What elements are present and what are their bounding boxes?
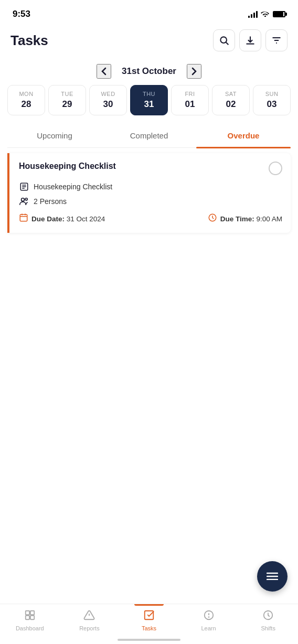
task-dates: Due Date: 31 Oct 2024 Due Time: 9:00 AM — [19, 213, 282, 224]
svg-line-1 — [226, 42, 229, 45]
tab-overdue[interactable]: Overdue — [196, 124, 291, 147]
day-label: WED — [101, 91, 115, 97]
day-number: 29 — [62, 99, 72, 110]
learn-nav-icon — [203, 609, 215, 623]
day-cell-sat[interactable]: SAT 02 — [212, 85, 250, 115]
task-card: Housekeeping Checklist Housekeeping Chec… — [7, 153, 291, 233]
task-title: Housekeeping Checklist — [19, 162, 116, 171]
task-persons-row: 2 Persons — [19, 196, 282, 207]
task-card-header: Housekeeping Checklist — [19, 162, 282, 175]
tab-upcoming[interactable]: Upcoming — [7, 124, 102, 147]
day-cell-thu[interactable]: THU 31 — [130, 85, 168, 115]
calendar-icon — [19, 213, 28, 224]
week-day-selector: MON 28 TUE 29 WED 30 THU 31 FRI 01 SAT 0… — [0, 85, 298, 124]
prev-month-button[interactable] — [97, 64, 111, 79]
grid-nav-icon — [24, 609, 36, 623]
task-due-time: Due Time: 9:00 AM — [208, 213, 282, 224]
nav-label-reports: Reports — [79, 625, 100, 631]
task-due-date: Due Date: 31 Oct 2024 — [19, 213, 105, 224]
bottom-nav-items: Dashboard Reports Tasks Learn Shifts — [0, 609, 298, 631]
menu-icon — [267, 571, 278, 582]
day-number: 30 — [103, 99, 113, 110]
day-number: 01 — [185, 99, 195, 110]
svg-rect-20 — [26, 611, 29, 615]
day-label: THU — [143, 91, 155, 97]
day-label: SUN — [265, 91, 279, 97]
signal-icon — [248, 10, 258, 18]
nav-label-learn: Learn — [201, 625, 216, 631]
day-cell-wed[interactable]: WED 30 — [89, 85, 127, 115]
tab-completed[interactable]: Completed — [102, 124, 196, 147]
tasks-nav-icon — [143, 609, 155, 623]
month-navigation: 31st October — [0, 60, 298, 85]
task-persons-count: 2 Persons — [34, 197, 67, 206]
status-time: 9:53 — [13, 9, 30, 19]
day-label: FRI — [185, 91, 195, 97]
search-icon — [219, 35, 229, 46]
task-list: Housekeeping Checklist Housekeeping Chec… — [0, 153, 298, 233]
filter-button[interactable] — [265, 29, 288, 51]
day-cell-tue[interactable]: TUE 29 — [48, 85, 86, 115]
day-number: 03 — [267, 99, 277, 110]
svg-rect-22 — [26, 616, 29, 619]
task-checklist-name: Housekeeping Checklist — [34, 183, 112, 191]
header-actions — [213, 29, 288, 51]
search-button[interactable] — [213, 29, 235, 51]
day-cell-mon[interactable]: MON 28 — [7, 85, 45, 115]
shifts-nav-icon — [262, 609, 274, 623]
svg-rect-21 — [30, 611, 34, 615]
nav-item-tasks[interactable]: Tasks — [119, 609, 179, 631]
svg-rect-12 — [20, 214, 27, 221]
due-date-label: Due Date: 31 Oct 2024 — [31, 215, 105, 223]
nav-item-learn[interactable]: Learn — [179, 609, 239, 631]
nav-item-shifts[interactable]: Shifts — [238, 609, 298, 631]
day-number: 28 — [22, 99, 31, 110]
fab-button[interactable] — [257, 561, 288, 592]
day-cell-fri[interactable]: FRI 01 — [171, 85, 209, 115]
svg-point-10 — [22, 198, 25, 201]
header: Tasks — [0, 25, 298, 60]
chevron-right-icon — [191, 67, 197, 76]
report-nav-icon — [83, 609, 95, 623]
svg-rect-23 — [30, 616, 34, 619]
task-checklist-row: Housekeeping Checklist — [19, 181, 282, 192]
task-meta: Housekeeping Checklist 2 Persons — [19, 181, 282, 207]
svg-point-11 — [25, 198, 27, 200]
svg-point-29 — [208, 617, 209, 617]
nav-label-tasks: Tasks — [142, 625, 156, 631]
svg-rect-26 — [145, 611, 154, 620]
day-number: 31 — [144, 99, 154, 110]
nav-item-dashboard[interactable]: Dashboard — [0, 609, 60, 631]
month-title: 31st October — [122, 66, 176, 77]
home-indicator — [118, 639, 180, 641]
clock-icon — [208, 213, 217, 224]
chevron-left-icon — [101, 67, 107, 76]
bottom-navigation: Dashboard Reports Tasks Learn Shifts — [0, 604, 298, 644]
download-icon — [245, 35, 256, 46]
status-icons — [248, 10, 285, 18]
nav-label-shifts: Shifts — [261, 625, 275, 631]
svg-point-0 — [220, 37, 227, 43]
wifi-icon — [261, 10, 270, 18]
battery-icon — [273, 11, 285, 17]
due-time-label: Due Time: 9:00 AM — [220, 215, 282, 223]
day-cell-sun[interactable]: SUN 03 — [253, 85, 291, 115]
day-number: 02 — [226, 99, 236, 110]
nav-item-reports[interactable]: Reports — [60, 609, 120, 631]
next-month-button[interactable] — [187, 64, 201, 79]
checklist-icon — [19, 181, 29, 192]
status-bar: 9:53 — [0, 0, 298, 25]
nav-label-dashboard: Dashboard — [16, 625, 44, 631]
day-label: SAT — [225, 91, 237, 97]
day-label: MON — [19, 91, 33, 97]
page-title: Tasks — [10, 33, 48, 49]
download-button[interactable] — [239, 29, 261, 51]
day-label: TUE — [61, 91, 73, 97]
filter-icon — [271, 35, 282, 46]
task-complete-checkbox[interactable] — [269, 162, 282, 175]
task-tabs: UpcomingCompletedOverdue — [7, 124, 291, 148]
persons-icon — [19, 196, 29, 207]
